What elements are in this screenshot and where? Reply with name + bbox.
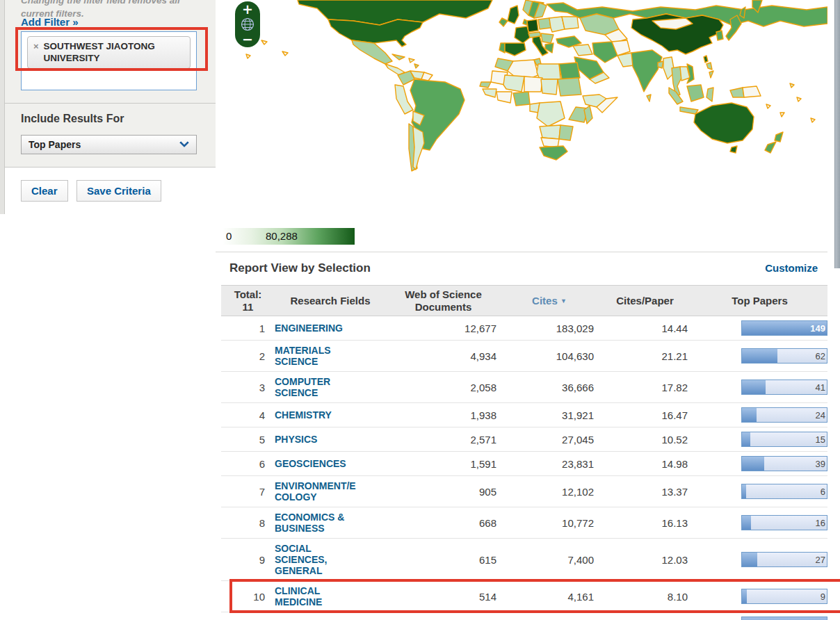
research-field-link[interactable]: SOCIAL SCIENCES, GENERAL [275, 543, 386, 576]
table-row: 7ENVIRONMENT/E COLOGY90512,10213.376 [221, 476, 827, 507]
top-papers-value: 16 [816, 518, 825, 528]
world-map-panel: + − 0 80,288 [216, 0, 827, 252]
research-field-link[interactable]: PHYSICS [275, 434, 386, 445]
research-field-link[interactable]: CHEMISTRY [275, 409, 386, 421]
row-rank: 7 [221, 486, 275, 498]
top-papers-cell: 6 [692, 484, 827, 499]
top-papers-bar: 24 [741, 407, 827, 423]
top-papers-bar: 6 [741, 484, 827, 499]
research-field-link[interactable]: ENGINEERING [275, 323, 386, 334]
research-field-link[interactable]: GEOSCIENCES [275, 458, 386, 469]
sidebar-edge-strip [0, 0, 5, 214]
research-field-link[interactable]: ENVIRONMENT/E COLOGY [275, 480, 386, 503]
top-papers-cell: 16 [692, 515, 827, 530]
top-papers-bar: 149 [741, 320, 827, 336]
column-header-wos-documents: Web of Science Documents [386, 288, 501, 313]
top-papers-bar: 15 [741, 432, 827, 447]
cites-value: 10,772 [501, 517, 598, 529]
top-papers-bar-fill [742, 457, 764, 471]
table-row: 10CLINICAL MEDICINE5144,1618.109 [221, 581, 827, 612]
column-header-cites-per-paper: Cites/Paper [598, 295, 692, 307]
legend-max-label: 80,288 [266, 230, 298, 242]
top-papers-bar-fill [742, 380, 766, 394]
table-row: 5PHYSICS2,57127,04510.5215 [221, 427, 827, 452]
top-papers-bar-fill [742, 516, 751, 530]
top-papers-bar: 9 [741, 589, 827, 604]
research-field-link[interactable]: MATERIALS SCIENCE [275, 345, 386, 367]
top-papers-cell: 62 [692, 348, 827, 364]
row-rank: 10 [221, 591, 275, 603]
top-papers-value: 6 [821, 487, 825, 497]
filter-tag-label: SOUTHWEST JIAOTONG UNIVERSITY [44, 40, 184, 64]
research-field-link[interactable]: CLINICAL MEDICINE [275, 585, 386, 607]
globe-icon[interactable] [241, 17, 255, 31]
choropleth-world-map[interactable] [216, 0, 827, 215]
report-title: Report View by Selection [229, 261, 371, 275]
top-papers-bar-fill [742, 408, 757, 422]
column-header-research-fields: Research Fields [275, 295, 386, 307]
vertical-scrollbar[interactable] [834, 0, 840, 268]
top-papers-bar: 27 [741, 552, 827, 567]
cites-per-paper-value: 14.44 [598, 323, 692, 334]
table-row: 2MATERIALS SCIENCE4,934104,63021.2162 [221, 341, 827, 372]
cites-per-paper-value: 13.37 [598, 486, 692, 498]
clear-button[interactable]: Clear [21, 180, 68, 202]
research-field-link[interactable]: COMPUTER SCIENCE [275, 376, 386, 398]
cites-per-paper-value: 12.03 [598, 554, 692, 566]
cites-value: 183,029 [501, 323, 598, 334]
cites-value: 12,102 [501, 486, 598, 498]
sidebar-divider [0, 103, 216, 104]
table-row: 9SOCIAL SCIENCES, GENERAL6157,40012.0327 [221, 539, 827, 581]
column-header-cites-sort[interactable]: Cites ▼ [501, 295, 598, 307]
top-papers-value: 24 [816, 410, 825, 421]
results-type-dropdown[interactable]: Top Papers [21, 135, 197, 154]
cites-per-paper-value: 14.98 [598, 458, 692, 470]
research-fields-table: Total: 11 Research Fields Web of Science… [221, 285, 827, 620]
top-papers-bar: 413 [741, 617, 827, 620]
row-rank: 9 [221, 554, 275, 566]
top-papers-cell: 27 [692, 552, 827, 567]
cites-value: 23,831 [501, 458, 598, 470]
cites-value: 7,400 [501, 554, 598, 566]
wos-documents-value: 4,934 [386, 350, 501, 362]
wos-documents-value: 2,571 [386, 434, 501, 446]
cites-per-paper-value: 10.52 [598, 434, 692, 446]
map-zoom-control: + − [235, 1, 260, 47]
top-papers-bar-fill [742, 553, 757, 566]
report-header: Report View by Selection Customize [216, 253, 840, 285]
row-rank: 5 [221, 434, 275, 446]
save-criteria-button[interactable]: Save Criteria [76, 180, 161, 202]
table-row: 6GEOSCIENCES1,59123,83114.9839 [221, 452, 827, 476]
table-body: 1ENGINEERING12,677183,02914.441492MATERI… [221, 316, 827, 620]
customize-link[interactable]: Customize [765, 262, 818, 274]
filter-tag: × SOUTHWEST JIAOTONG UNIVERSITY [27, 36, 191, 69]
top-papers-value: 149 [810, 323, 825, 334]
cites-per-paper-value: 21.21 [598, 350, 692, 362]
remove-filter-icon[interactable]: × [33, 40, 39, 52]
filter-sidebar: Changing the filter field removes all cu… [0, 0, 216, 620]
row-rank: 4 [221, 409, 275, 421]
table-row: 4CHEMISTRY1,93831,92116.4724 [221, 403, 827, 427]
cites-value: 104,630 [501, 350, 598, 362]
top-papers-value: 15 [816, 434, 825, 445]
column-header-total: Total: 11 [221, 288, 275, 313]
row-rank: 2 [221, 350, 275, 362]
add-filter-link[interactable]: Add Filter » [21, 16, 79, 28]
top-papers-cell: 15 [692, 432, 827, 447]
top-papers-cell: 41 [692, 380, 827, 395]
top-papers-value: 62 [816, 351, 825, 361]
top-papers-value: 27 [816, 555, 825, 565]
top-papers-bar-fill [742, 589, 747, 603]
dropdown-selected-value: Top Papers [22, 139, 172, 150]
top-papers-value: 41 [816, 382, 825, 393]
cites-per-paper-value: 8.10 [598, 591, 692, 603]
top-papers-bar: 62 [741, 348, 827, 364]
research-field-link[interactable]: ECONOMICS & BUSINESS [275, 512, 386, 534]
table-header-row: Total: 11 Research Fields Web of Science… [221, 285, 827, 316]
cites-per-paper-value: 16.47 [598, 409, 692, 421]
top-papers-value: 9 [821, 592, 825, 602]
zoom-out-button[interactable]: − [242, 33, 253, 45]
cites-value: 27,045 [501, 434, 598, 446]
row-rank: 3 [221, 382, 275, 393]
zoom-in-button[interactable]: + [242, 3, 253, 15]
